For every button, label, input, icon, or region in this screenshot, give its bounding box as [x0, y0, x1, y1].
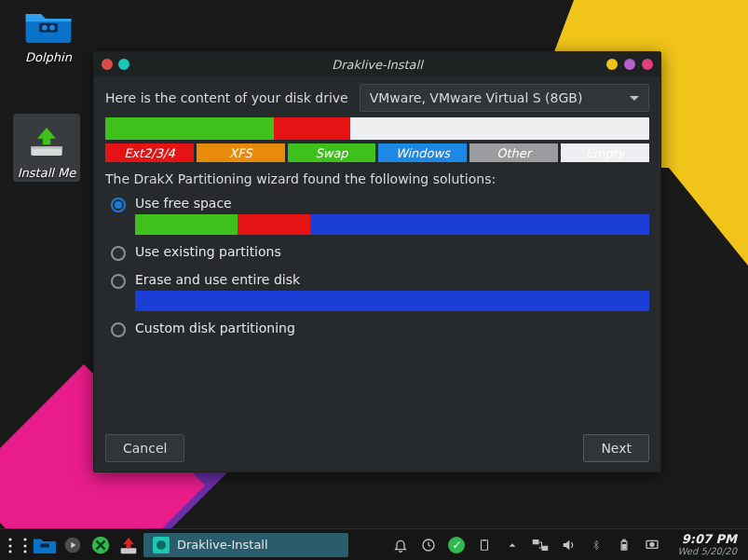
- disk-label: Here is the content of your disk drive: [105, 90, 348, 105]
- svg-point-18: [650, 542, 654, 546]
- install-icon: [20, 119, 73, 164]
- taskbar-media-icon[interactable]: [60, 532, 86, 558]
- svg-rect-16: [623, 544, 627, 549]
- radio-existing[interactable]: [111, 246, 126, 261]
- radio-free-space[interactable]: [111, 198, 126, 212]
- task-label: Draklive-Install: [177, 538, 268, 552]
- desktop-icon-label: Install Me: [15, 166, 78, 180]
- minimize-icon[interactable]: [606, 59, 618, 70]
- taskbar-clock[interactable]: 9:07 PM Wed 5/20/20: [670, 533, 744, 556]
- option-free-space[interactable]: Use free space: [111, 196, 649, 235]
- partition-segment: [238, 214, 309, 235]
- updates-icon[interactable]: ✓: [446, 532, 467, 558]
- svg-point-9: [156, 540, 166, 550]
- radio-erase[interactable]: [111, 274, 126, 289]
- svg-rect-12: [533, 540, 539, 544]
- clock-tray-icon[interactable]: [418, 532, 439, 558]
- close-icon[interactable]: [642, 59, 653, 70]
- legend-win: Windows: [378, 143, 467, 162]
- taskbar-active-task[interactable]: Draklive-Install: [143, 533, 348, 557]
- option-existing[interactable]: Use existing partitions: [111, 244, 649, 263]
- folder-icon: [22, 4, 75, 48]
- maximize-icon[interactable]: [624, 59, 635, 70]
- partition-segment: [310, 214, 649, 235]
- taskbar: ⋮⋮ Draklive-Install ✓ 9:07 PM Wed 5/20/2…: [0, 528, 748, 560]
- window-pin-icon[interactable]: [118, 59, 129, 70]
- legend-swap: Swap: [288, 143, 376, 162]
- task-app-icon: [153, 537, 170, 553]
- partition-segment: [274, 117, 350, 140]
- disk-select[interactable]: VMware, VMware Virtual S (8GB): [360, 84, 649, 112]
- svg-rect-11: [482, 540, 488, 550]
- titlebar[interactable]: Draklive-Install: [94, 52, 660, 76]
- option-layout-bar: [135, 291, 649, 311]
- option-layout-bar: [135, 214, 649, 235]
- legend-xfs: XFS: [197, 143, 285, 162]
- legend-empty: Empty: [561, 143, 649, 162]
- taskbar-install-icon[interactable]: [116, 532, 142, 558]
- desktop-icon-install[interactable]: Install Me: [13, 114, 80, 182]
- installer-window: Draklive-Install Here is the content of …: [93, 51, 661, 472]
- partition-segment: [350, 117, 649, 140]
- svg-rect-13: [542, 545, 549, 550]
- clipboard-icon[interactable]: [474, 532, 495, 558]
- notifications-icon[interactable]: [390, 532, 411, 558]
- taskbar-config-icon[interactable]: [88, 532, 114, 558]
- battery-icon[interactable]: [614, 532, 634, 558]
- cancel-button[interactable]: Cancel: [105, 434, 184, 462]
- option-label[interactable]: Erase and use entire disk: [135, 272, 649, 287]
- partition-segment: [135, 291, 649, 311]
- bluetooth-icon[interactable]: [586, 532, 606, 558]
- partition-segment: [135, 214, 238, 235]
- desktop-icon-label: Dolphin: [15, 50, 82, 64]
- legend-ext: Ext2/3/4: [105, 143, 194, 162]
- window-title: Draklive-Install: [94, 58, 660, 72]
- svg-rect-15: [623, 540, 625, 541]
- svg-rect-5: [40, 543, 49, 547]
- radio-custom[interactable]: [111, 322, 126, 337]
- wizard-intro: The DrakX Partitioning wizard found the …: [105, 171, 649, 186]
- option-custom[interactable]: Custom disk partitioning: [111, 321, 649, 339]
- svg-rect-4: [31, 146, 61, 149]
- option-erase[interactable]: Erase and use entire disk: [111, 272, 649, 311]
- legend-other: Other: [469, 143, 558, 162]
- tray-expand-icon[interactable]: [502, 532, 523, 558]
- clock-date: Wed 5/20/20: [677, 546, 737, 556]
- network-icon[interactable]: [530, 532, 551, 558]
- disk-select-value: VMware, VMware Virtual S (8GB): [370, 90, 583, 105]
- system-tray: ✓ 9:07 PM Wed 5/20/20: [390, 532, 744, 558]
- svg-point-2: [49, 25, 55, 31]
- brightness-icon[interactable]: [642, 532, 662, 558]
- option-label[interactable]: Use existing partitions: [135, 244, 649, 259]
- svg-rect-8: [121, 548, 137, 553]
- disk-layout-bar: [105, 117, 649, 140]
- partition-legend: Ext2/3/4 XFS Swap Windows Other Empty: [105, 143, 649, 162]
- option-label[interactable]: Use free space: [135, 196, 649, 211]
- partition-segment: [105, 117, 274, 140]
- next-button[interactable]: Next: [583, 434, 649, 462]
- app-launcher-icon[interactable]: ⋮⋮: [4, 532, 30, 558]
- volume-icon[interactable]: [558, 532, 578, 558]
- window-menu-icon[interactable]: [102, 59, 113, 70]
- taskbar-dolphin-icon[interactable]: [32, 532, 58, 558]
- svg-point-1: [42, 25, 48, 31]
- desktop-icon-dolphin[interactable]: Dolphin: [15, 4, 82, 64]
- clock-time: 9:07 PM: [677, 533, 737, 546]
- option-label[interactable]: Custom disk partitioning: [135, 321, 649, 335]
